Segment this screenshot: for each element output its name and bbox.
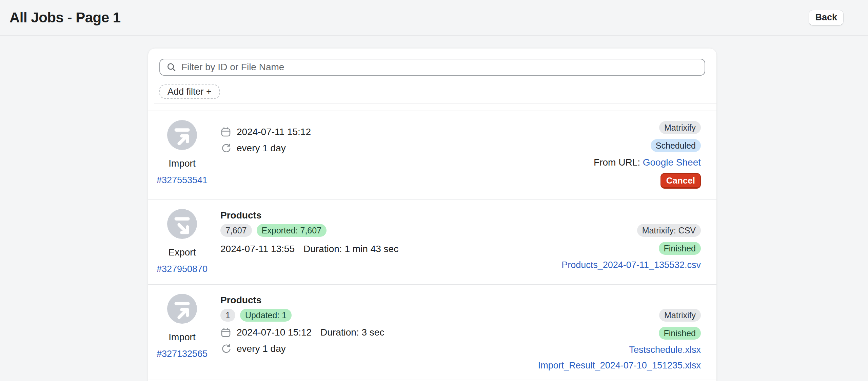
add-filter-row: Add filter +: [159, 84, 705, 99]
job-id-link[interactable]: #327553541: [157, 175, 208, 186]
job-status-column: Matrixify Finished Testschedule.xlsx Imp…: [538, 294, 701, 371]
import-avatar: [167, 294, 197, 324]
count-badges: 1 Updated: 1: [220, 309, 538, 322]
schedule-line: 2024-07-10 15:12 Duration: 3 sec: [220, 327, 538, 338]
file-link[interactable]: Testschedule.xlsx: [629, 345, 701, 355]
count-badge: 1: [220, 309, 235, 322]
job-summary: Export #327950870: [159, 209, 205, 275]
page-header: All Jobs - Page 1 Back: [0, 0, 868, 36]
result-badge: Exported: 7,607: [257, 224, 327, 237]
back-button[interactable]: Back: [809, 10, 844, 25]
job-id-link[interactable]: #327132565: [157, 349, 208, 359]
recurrence-line: every 1 day: [220, 343, 538, 354]
date-line: 2024-07-11 13:55 Duration: 1 min 43 sec: [220, 244, 561, 254]
export-avatar: [167, 209, 197, 239]
job-title: Products: [220, 210, 561, 221]
filter-section: Add filter +: [148, 49, 716, 111]
job-type-label: Import: [169, 158, 195, 169]
job-row: Export #327950870 Products 7,607 Exporte…: [148, 199, 716, 284]
app-badge: Matrixify: CSV: [637, 224, 701, 237]
job-details: Products 1 Updated: 1 2024-07-10 15:12 D…: [220, 294, 538, 371]
schedule-date: 2024-07-11 15:12: [237, 127, 311, 137]
job-type-label: Import: [169, 332, 195, 343]
source-line: From URL: Google Sheet: [594, 157, 701, 168]
job-row: Import #327553541 2024-07-11 15:12: [148, 111, 716, 199]
job-details: Products 7,607 Exported: 7,607 2024-07-1…: [220, 209, 561, 275]
job-status-column: Matrixify Scheduled From URL: Google She…: [594, 120, 701, 191]
arrow-down-right-icon: [167, 209, 197, 239]
add-filter-button[interactable]: Add filter +: [159, 84, 220, 99]
refresh-icon: [220, 143, 231, 154]
job-title: Products: [220, 294, 538, 306]
status-badge: Finished: [659, 327, 701, 340]
job-duration: Duration: 3 sec: [320, 327, 384, 338]
source-link[interactable]: Google Sheet: [643, 157, 701, 168]
refresh-icon: [220, 343, 231, 354]
count-badges: 7,607 Exported: 7,607: [220, 224, 561, 237]
jobs-card: Add filter + Import #327553541: [148, 49, 716, 381]
app-badge: Matrixify: [659, 121, 701, 134]
job-details: 2024-07-11 15:12 every 1 day: [220, 120, 594, 191]
file-link[interactable]: Import_Result_2024-07-10_151235.xlsx: [538, 360, 701, 371]
job-date: 2024-07-10 15:12: [237, 327, 312, 338]
job-summary: Import #327553541: [159, 120, 205, 191]
schedule-line: 2024-07-11 15:12: [220, 127, 594, 137]
job-status-column: Matrixify: CSV Finished Products_2024-07…: [561, 209, 701, 275]
job-duration: Duration: 1 min 43 sec: [303, 244, 398, 254]
calendar-icon: [220, 327, 231, 338]
count-badge: 7,607: [220, 224, 252, 237]
job-summary: Import #327132565: [159, 294, 205, 371]
recurrence-line: every 1 day: [220, 143, 594, 154]
app-badge: Matrixify: [659, 309, 701, 322]
search-input[interactable]: [181, 62, 698, 73]
arrow-up-right-icon: [167, 294, 197, 324]
page-title: All Jobs - Page 1: [9, 9, 121, 26]
status-badge: Finished: [659, 242, 701, 255]
import-avatar: [167, 120, 197, 150]
status-badge: Scheduled: [651, 139, 701, 152]
job-type-label: Export: [169, 247, 196, 258]
search-icon: [166, 62, 176, 72]
recurrence-label: every 1 day: [237, 143, 286, 154]
search-field: [159, 59, 705, 76]
file-link[interactable]: Products_2024-07-11_135532.csv: [561, 260, 701, 270]
recurrence-label: every 1 day: [237, 343, 286, 354]
source-label: From URL:: [594, 157, 640, 168]
job-id-link[interactable]: #327950870: [157, 264, 208, 274]
calendar-icon: [220, 127, 231, 137]
job-date: 2024-07-11 13:55: [220, 244, 295, 254]
job-row: Import #327132565 Products 1 Updated: 1 …: [148, 284, 716, 380]
result-badge: Updated: 1: [240, 309, 292, 322]
arrow-up-right-icon: [167, 120, 197, 150]
cancel-button[interactable]: Cancel: [660, 173, 701, 189]
